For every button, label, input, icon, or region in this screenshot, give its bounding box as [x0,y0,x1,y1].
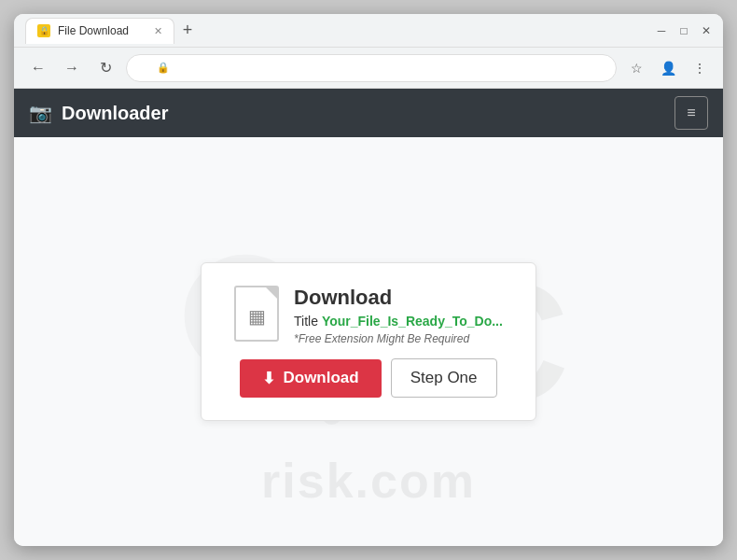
browser-window: 🔒 File Download ✕ + ─ □ ✕ ← → ↻ 🔒 ☆ 👤 ⋮ [14,14,723,546]
download-btn-icon: ⬇ [262,369,275,388]
tabs-area: 🔒 File Download ✕ + [21,18,645,44]
title-bar: 🔒 File Download ✕ + ─ □ ✕ [14,14,723,48]
file-label: Title [294,314,318,329]
brand-icon: 📷 [29,102,52,124]
zip-icon: ▦ [248,305,266,328]
new-tab-button[interactable]: + [174,18,201,44]
profile-button[interactable]: 👤 [656,56,680,80]
file-icon: ▦ [234,286,279,342]
tab-title: File Download [58,24,146,37]
tab-favicon: 🔒 [37,24,50,37]
main-content: PC risk.com ▦ Download Title Your_File_I… [14,137,723,546]
forward-button[interactable]: → [59,55,85,81]
maximize-button[interactable]: □ [674,21,693,40]
brand-name: Downloader [62,103,168,124]
risk-watermark-text: risk.com [261,453,476,509]
download-button[interactable]: ⬇ Download [240,359,381,398]
file-note: *Free Extension Might Be Required [294,332,503,345]
window-controls: ─ □ ✕ [652,21,716,40]
minimize-button[interactable]: ─ [652,21,671,40]
close-button[interactable]: ✕ [697,21,716,40]
card-buttons: ⬇ Download Step One [240,358,496,398]
address-actions: ☆ 👤 ⋮ [624,56,712,80]
card-title: Download [294,286,503,310]
browser-menu-button[interactable]: ⋮ [688,56,712,80]
step-one-button[interactable]: Step One [391,358,497,398]
bookmark-button[interactable]: ☆ [624,56,648,80]
download-card: ▦ Download Title Your_File_Is_Ready_To_D… [201,262,536,421]
lock-icon: 🔒 [157,62,170,74]
file-info: Download Title Your_File_Is_Ready_To_Do.… [294,286,503,345]
address-bar: ← → ↻ 🔒 ☆ 👤 ⋮ [14,48,723,89]
file-name-value: Your_File_Is_Ready_To_Do... [322,314,503,329]
active-tab[interactable]: 🔒 File Download ✕ [25,18,174,44]
app-header: 📷 Downloader ≡ [14,89,723,137]
brand: 📷 Downloader [29,102,168,124]
file-name-row: Title Your_File_Is_Ready_To_Do... [294,314,503,329]
refresh-button[interactable]: ↻ [92,55,118,81]
app-header-right: ≡ [674,96,708,130]
back-button[interactable]: ← [25,55,51,81]
tab-close-btn[interactable]: ✕ [154,25,162,37]
card-top: ▦ Download Title Your_File_Is_Ready_To_D… [234,286,503,345]
hamburger-menu-button[interactable]: ≡ [674,96,708,130]
address-input-box[interactable]: 🔒 [126,54,617,82]
download-btn-label: Download [283,369,358,387]
